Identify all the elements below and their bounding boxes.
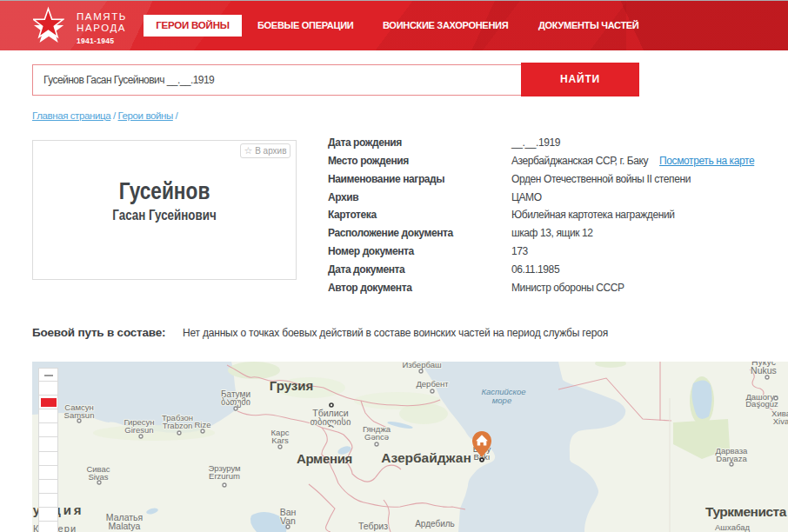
svg-text:Грузия: Грузия xyxy=(270,378,313,393)
svg-text:море: море xyxy=(492,396,511,405)
svg-text:Туркмениста: Туркмениста xyxy=(705,504,787,519)
svg-text:Erzurum: Erzurum xyxy=(209,471,240,481)
svg-text:Van: Van xyxy=(280,515,296,526)
svg-text:Xiva: Xiva xyxy=(773,416,788,426)
svg-text:Gəncə: Gəncə xyxy=(364,432,389,442)
svg-text:Kars: Kars xyxy=(271,436,289,445)
svg-text:Daşoguz: Daşoguz xyxy=(745,399,778,409)
svg-text:Тебриз: Тебриз xyxy=(358,521,388,531)
svg-text:Nukus: Nukus xyxy=(751,365,777,376)
svg-text:Giresun: Giresun xyxy=(124,425,153,435)
svg-text:Ашхабад: Ашхабад xyxy=(715,522,750,532)
svg-text:Армения: Армения xyxy=(297,451,352,466)
svg-text:Rize: Rize xyxy=(194,420,210,429)
svg-text:თბილისი: თბილისი xyxy=(311,416,351,428)
svg-text:Sivas: Sivas xyxy=(88,472,108,482)
svg-text:Trabzon: Trabzon xyxy=(163,421,193,430)
svg-text:ბათუმი: ბათუმი xyxy=(221,397,250,408)
svg-text:Darvaza: Darvaza xyxy=(716,454,747,463)
svg-text:Ардебиль: Ардебиль xyxy=(415,519,455,529)
svg-text:Дербент: Дербент xyxy=(416,379,449,389)
svg-text:Азербайджан: Азербайджан xyxy=(381,450,471,465)
svg-text:Избербаш: Избербаш xyxy=(402,362,441,369)
svg-text:Malatya: Malatya xyxy=(109,521,141,531)
